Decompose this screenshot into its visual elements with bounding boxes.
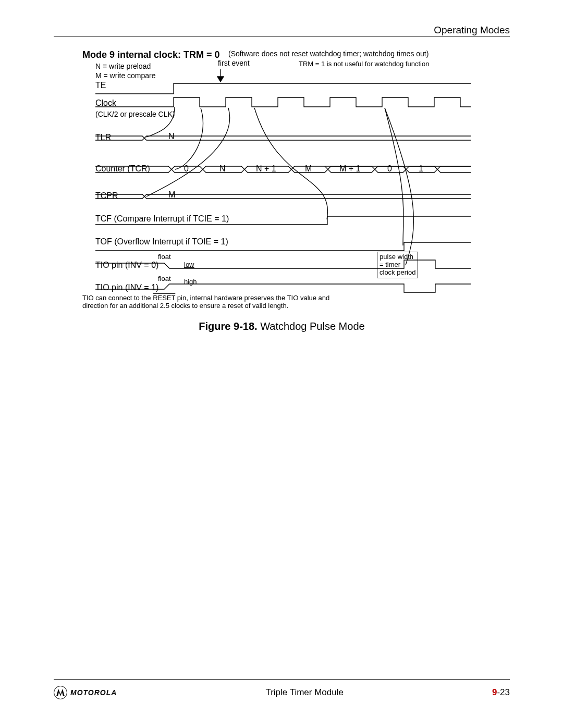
page-number: 9-23	[492, 687, 510, 698]
header-section: Operating Modes	[54, 24, 510, 36]
caption-title: Watchdog Pulse Mode	[258, 320, 365, 332]
counter-v5: 0	[387, 164, 392, 174]
page-chapter: 9	[492, 687, 497, 697]
figure-caption: Figure 9-18. Watchdog Pulse Mode	[54, 320, 510, 332]
condition-text: (Software does not reset watchdog timer;…	[228, 50, 429, 58]
top-rule	[54, 36, 510, 36]
diagram-svg	[54, 50, 510, 315]
counter-v6: 1	[419, 164, 423, 174]
tio0-float: float	[158, 253, 171, 261]
counter-v3: M	[305, 164, 312, 174]
page-footer: MOTOROLA Triple Timer Module 9-23	[54, 679, 510, 699]
pulse-l1: pulse width	[380, 253, 415, 261]
signal-clock: Clock	[95, 98, 116, 108]
tio0-low: low	[184, 261, 194, 268]
signal-tof: TOF (Overflow Interrupt if TOIE = 1)	[95, 237, 228, 246]
signal-tio1: TIO pin (INV = 1)	[95, 283, 158, 292]
brand-logo: MOTOROLA	[54, 686, 117, 699]
doc-title: Triple Timer Module	[265, 687, 344, 698]
counter-v2: N + 1	[256, 164, 276, 174]
signal-counter: Counter (TCR)	[95, 164, 150, 174]
m-legend: M = write compare	[95, 71, 156, 80]
brand-text: MOTOROLA	[70, 688, 117, 697]
footnote: TIO can connect to the RESET pin, intern…	[82, 294, 329, 310]
trm-note: TRM = 1 is not useful for watchdog funct…	[299, 60, 429, 68]
counter-v0: 0	[184, 164, 189, 174]
mode-title: Mode 9 internal clock: TRM = 0	[82, 50, 220, 60]
caption-label: Figure 9-18.	[199, 320, 257, 332]
signal-tlr: TLR	[95, 133, 111, 142]
n-legend: N = write preload	[95, 62, 151, 70]
pulse-width-box: pulse width = timer clock period	[377, 252, 418, 278]
tio1-float: float	[158, 275, 171, 282]
tlr-value: N	[168, 132, 175, 141]
pulse-l3: clock period	[380, 269, 415, 277]
bottom-rule	[54, 679, 510, 680]
timing-diagram: Mode 9 internal clock: TRM = 0 (Software…	[54, 50, 510, 315]
counter-v1: N	[219, 164, 226, 174]
signal-clock-sub: (CLK/2 or prescale CLK)	[95, 110, 175, 118]
counter-v4: M + 1	[339, 164, 360, 174]
tcpr-value: M	[168, 190, 175, 200]
signal-te: TE	[95, 81, 106, 90]
signal-tcf: TCF (Compare Interrupt if TCIE = 1)	[95, 214, 229, 224]
signal-tio0: TIO pin (INV = 0)	[95, 261, 158, 270]
motorola-icon	[54, 686, 67, 699]
first-event-label: first event	[218, 59, 250, 67]
footnote-l2: direction for an additional 2.5 clocks t…	[82, 302, 288, 310]
pulse-l2: = timer	[380, 261, 415, 269]
signal-tcpr: TCPR	[95, 191, 118, 201]
page-no: 23	[500, 687, 510, 697]
footnote-reset: RESET	[153, 294, 175, 302]
footnote-l1-post: pin, internal hardware preserves the TIO…	[175, 294, 329, 302]
footnote-l1-pre: TIO can connect to the	[82, 294, 153, 302]
tio1-high: high	[184, 278, 197, 286]
